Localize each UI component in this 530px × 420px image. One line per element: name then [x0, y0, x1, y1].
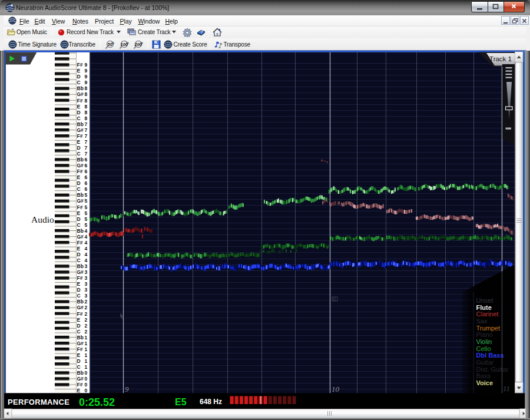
svg-text:3: 3 [85, 293, 88, 299]
svg-text:Bass: Bass [476, 372, 491, 379]
svg-text:2: 2 [85, 311, 88, 317]
svg-text:E: E [77, 388, 81, 393]
svg-text:Clarinet: Clarinet [476, 310, 499, 318]
svg-text:9: 9 [85, 74, 88, 80]
svg-text:3: 3 [85, 263, 88, 269]
svg-text:8: 8 [85, 110, 88, 115]
svg-text:2: 2 [85, 323, 88, 329]
svg-text:7: 7 [85, 145, 88, 151]
svg-text:%: % [111, 41, 114, 45]
svg-text:7: 7 [85, 121, 88, 127]
svg-text:4: 4 [85, 252, 88, 257]
svg-text:9: 9 [85, 80, 88, 85]
svg-text:1: 1 [85, 340, 88, 346]
svg-text:F#: F# [77, 275, 83, 281]
svg-text:0: 0 [85, 382, 88, 388]
svg-text:2: 2 [85, 329, 88, 335]
svg-text:10: 10 [332, 385, 340, 393]
svg-text:6: 6 [85, 186, 88, 192]
svg-text:E5: E5 [175, 397, 187, 407]
svg-text:648 Hz: 648 Hz [200, 398, 222, 406]
svg-text:6: 6 [85, 180, 88, 186]
svg-text:C: C [77, 293, 81, 299]
svg-text:?: ? [200, 29, 203, 35]
svg-text:PERFORMANCE: PERFORMANCE [8, 398, 69, 406]
svg-text:8: 8 [85, 98, 88, 104]
svg-text:8: 8 [85, 115, 88, 121]
svg-text:D: D [77, 74, 81, 80]
svg-text:Guitar: Guitar [476, 359, 494, 366]
svg-text:C: C [77, 80, 81, 85]
svg-text:G#: G# [77, 269, 84, 275]
svg-text:D: D [77, 287, 81, 293]
svg-text:F#: F# [77, 168, 83, 174]
svg-text:E: E [77, 246, 81, 252]
svg-text:F#: F# [77, 204, 83, 210]
svg-text:0:25.52: 0:25.52 [79, 396, 115, 408]
svg-text:D: D [77, 180, 81, 186]
svg-text:G#: G# [77, 198, 84, 204]
svg-text:Unset: Unset [476, 297, 493, 304]
svg-text:8: 8 [85, 85, 88, 91]
svg-text:%: % [140, 41, 143, 44]
svg-text:C: C [77, 257, 81, 263]
svg-text:D: D [77, 358, 81, 364]
svg-text:6: 6 [85, 174, 88, 180]
svg-text:Dist. Guitar: Dist. Guitar [476, 366, 509, 373]
svg-text:0: 0 [85, 388, 88, 393]
svg-text:C: C [77, 222, 81, 228]
svg-text:G#: G# [77, 340, 84, 346]
svg-text:Bb: Bb [77, 263, 84, 269]
svg-text:4: 4 [85, 257, 88, 263]
svg-text:6: 6 [85, 168, 88, 174]
svg-text:6: 6 [85, 163, 88, 168]
svg-text:E: E [77, 68, 81, 74]
svg-text:Piano: Piano [476, 331, 493, 338]
svg-text:E: E [77, 352, 81, 358]
svg-text:Track 1: Track 1 [489, 55, 512, 62]
svg-text:7: 7 [85, 133, 88, 139]
svg-text:4: 4 [85, 240, 88, 246]
svg-text:1: 1 [85, 352, 88, 358]
svg-text:11: 11 [503, 384, 510, 393]
svg-text:E: E [77, 317, 81, 323]
svg-text:F#: F# [77, 62, 83, 68]
svg-text:9: 9 [85, 62, 88, 68]
svg-text:E: E [77, 210, 81, 216]
svg-text:D: D [77, 252, 81, 257]
svg-text:0: 0 [85, 376, 88, 382]
svg-text:4: 4 [85, 228, 88, 234]
svg-text:Bb: Bb [77, 370, 84, 376]
svg-text:G#: G# [77, 376, 84, 382]
svg-text:E: E [77, 281, 81, 287]
svg-text:Sax: Sax [476, 318, 488, 325]
svg-text:E: E [77, 174, 81, 180]
svg-text:5: 5 [85, 210, 88, 216]
svg-text:D: D [77, 323, 81, 329]
svg-text:G#: G# [77, 127, 84, 133]
svg-text:9: 9 [85, 68, 88, 74]
svg-text:5: 5 [85, 198, 88, 204]
svg-text:5: 5 [85, 222, 88, 228]
svg-text:7: 7 [85, 139, 88, 145]
svg-text:Flute: Flute [476, 304, 492, 311]
svg-text:3: 3 [85, 275, 88, 281]
svg-text:Voice: Voice [476, 379, 493, 386]
svg-text:C: C [77, 151, 81, 157]
svg-text:0: 0 [85, 370, 88, 376]
svg-text:2: 2 [85, 305, 88, 310]
svg-text:6: 6 [85, 157, 88, 163]
svg-text:F#: F# [77, 311, 83, 317]
svg-text:Violin: Violin [476, 338, 492, 345]
svg-text:F#: F# [77, 133, 83, 139]
svg-text:Bb: Bb [77, 335, 84, 340]
svg-text:Bb: Bb [77, 299, 84, 305]
svg-text:G#: G# [77, 163, 84, 168]
svg-text:Bb: Bb [77, 157, 84, 163]
svg-text:5: 5 [85, 204, 88, 210]
svg-text:C: C [77, 115, 81, 121]
svg-text:5: 5 [85, 192, 88, 198]
svg-text:C: C [77, 329, 81, 335]
svg-text:D: D [77, 145, 81, 151]
svg-text:F#: F# [77, 240, 83, 246]
